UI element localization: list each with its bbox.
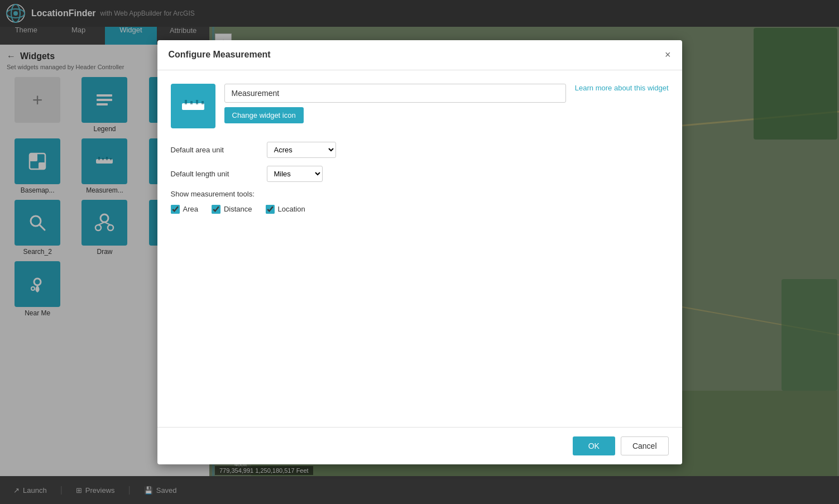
location-checkbox[interactable] <box>266 205 275 214</box>
widget-config-icon-box <box>171 84 215 128</box>
location-checkbox-item: Location <box>266 205 305 214</box>
widget-name-input[interactable] <box>224 84 566 103</box>
widget-config-right: Change widget icon <box>224 84 566 123</box>
svg-rect-46 <box>185 100 187 104</box>
modal-header: Configure Measurement × <box>157 40 682 70</box>
modal-title: Configure Measurement <box>169 50 271 60</box>
length-unit-label: Default length unit <box>171 170 260 178</box>
cancel-button[interactable]: Cancel <box>621 436 669 455</box>
show-tools-label: Show measurement tools: <box>171 190 669 198</box>
distance-checkbox-label: Distance <box>224 205 252 213</box>
area-unit-label: Default area unit <box>171 146 260 154</box>
modal-body: Change widget icon Learn more about this… <box>157 70 682 427</box>
area-unit-row: Default area unit Acres Hectares Square … <box>171 142 669 158</box>
configure-measurement-modal: Configure Measurement × <box>157 40 682 464</box>
distance-checkbox[interactable] <box>212 205 220 214</box>
area-checkbox-label: Area <box>183 205 198 213</box>
modal-close-button[interactable]: × <box>665 49 671 61</box>
learn-more-link[interactable]: Learn more about this widget <box>575 84 669 92</box>
length-unit-select[interactable]: Miles Kilometers Meters Feet Yards <box>267 166 323 182</box>
modal-footer: OK Cancel <box>157 427 682 464</box>
distance-checkbox-item: Distance <box>212 205 252 214</box>
svg-rect-49 <box>202 101 204 104</box>
modal-overlay: Configure Measurement × <box>0 0 839 504</box>
ok-button[interactable]: OK <box>573 436 615 455</box>
tools-checkbox-row: Area Distance Location <box>171 205 669 214</box>
area-checkbox-item: Area <box>171 205 198 214</box>
svg-rect-48 <box>196 100 198 104</box>
length-unit-row: Default length unit Miles Kilometers Met… <box>171 166 669 182</box>
widget-config-header: Change widget icon Learn more about this… <box>171 84 669 128</box>
change-widget-icon-button[interactable]: Change widget icon <box>224 107 304 123</box>
area-unit-select[interactable]: Acres Hectares Square Meters Square Feet… <box>267 142 336 158</box>
location-checkbox-label: Location <box>278 205 305 213</box>
area-checkbox[interactable] <box>171 205 180 214</box>
svg-rect-47 <box>190 101 193 104</box>
